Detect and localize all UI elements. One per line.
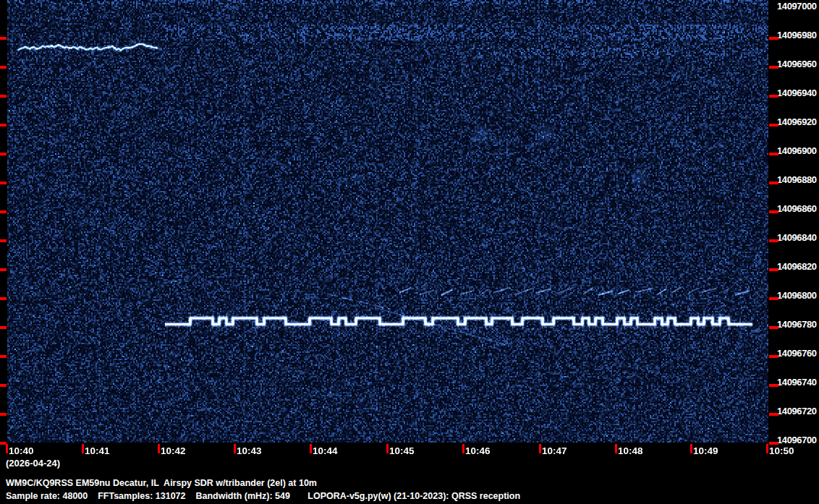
time-tick <box>158 444 160 453</box>
time-axis-label: 10:45 <box>389 445 415 456</box>
freq-tick-right <box>769 297 778 300</box>
freq-axis-label: 14096940 <box>777 87 819 98</box>
freq-axis-label: 14096740 <box>777 377 819 387</box>
time-axis-label: 10:49 <box>693 445 718 456</box>
time-tick <box>6 444 8 453</box>
freq-tick-left <box>0 239 7 242</box>
freq-tick-right <box>769 37 778 40</box>
freq-tick-right <box>769 413 778 416</box>
freq-tick-left <box>0 124 7 127</box>
freq-tick-right <box>769 384 778 387</box>
freq-tick-right <box>769 153 778 155</box>
time-axis-label: 10:44 <box>313 445 338 456</box>
freq-axis-label: 14096800 <box>777 290 819 300</box>
freq-tick-left <box>0 210 7 213</box>
time-axis-label: 10:46 <box>465 445 491 456</box>
freq-axis-label: 14097000 <box>777 1 819 11</box>
freq-tick-right <box>769 95 778 98</box>
freq-tick-right <box>769 124 778 127</box>
freq-axis-label: 14096960 <box>777 59 819 69</box>
time-tick <box>386 444 389 453</box>
freq-tick-right <box>769 210 778 213</box>
settings-info-line: Sample rate: 48000 FFTsamples: 131072 Ba… <box>6 491 520 501</box>
time-axis-label: 10:42 <box>161 445 186 456</box>
freq-tick-left <box>0 37 7 40</box>
freq-tick-right <box>769 66 778 69</box>
freq-axis-label: 14096980 <box>777 30 819 40</box>
time-axis-label: 10:40 <box>9 445 34 456</box>
freq-tick-right <box>769 239 778 242</box>
freq-axis-label: 14096880 <box>777 174 819 184</box>
time-axis-label: 10:47 <box>542 445 567 456</box>
freq-tick-right <box>769 442 778 445</box>
freq-tick-left <box>0 66 7 69</box>
freq-tick-right <box>769 268 778 271</box>
freq-axis-label: 14096820 <box>777 261 819 271</box>
freq-tick-left <box>0 153 7 155</box>
freq-tick-right <box>769 355 778 358</box>
time-tick <box>539 444 541 453</box>
time-tick <box>615 444 617 453</box>
date-label: (2026-04-24) <box>6 458 60 469</box>
time-tick <box>310 444 312 453</box>
freq-tick-right <box>769 181 778 184</box>
freq-tick-left <box>0 181 7 184</box>
freq-axis-label: 14096760 <box>777 348 819 358</box>
freq-tick-left <box>0 95 7 98</box>
freq-axis-label: 14096840 <box>777 232 819 242</box>
time-tick <box>690 444 692 453</box>
time-axis-label: 10:43 <box>237 445 262 456</box>
time-axis-label: 10:48 <box>618 445 643 456</box>
freq-axis-label: 14096860 <box>777 203 819 213</box>
freq-axis-label: 14096780 <box>777 319 819 329</box>
freq-tick-left <box>0 413 7 416</box>
freq-tick-left <box>0 326 7 329</box>
freq-axis-label: 14096900 <box>777 145 819 155</box>
freq-tick-left <box>0 268 7 271</box>
time-tick <box>462 444 464 453</box>
station-info-line: WM9C/KQ9RSS EM59nu Decatur, IL Airspy SD… <box>6 478 317 488</box>
freq-tick-left <box>0 384 7 387</box>
freq-axis-label: 14096700 <box>777 435 819 445</box>
freq-axis-label: 14096920 <box>777 116 819 127</box>
freq-tick-left <box>0 355 7 358</box>
time-axis-label: 10:41 <box>85 445 110 456</box>
spectrogram-plot <box>7 0 768 443</box>
time-tick <box>82 444 84 453</box>
freq-axis-label: 14096720 <box>777 406 819 416</box>
time-axis-label: 10:50 <box>769 445 794 456</box>
freq-tick-left <box>0 297 7 300</box>
time-tick <box>766 444 768 453</box>
time-tick <box>234 444 236 453</box>
qrss-grabber-window: 1409700014096980140969601409694014096920… <box>0 0 819 504</box>
freq-tick-right <box>769 326 778 329</box>
